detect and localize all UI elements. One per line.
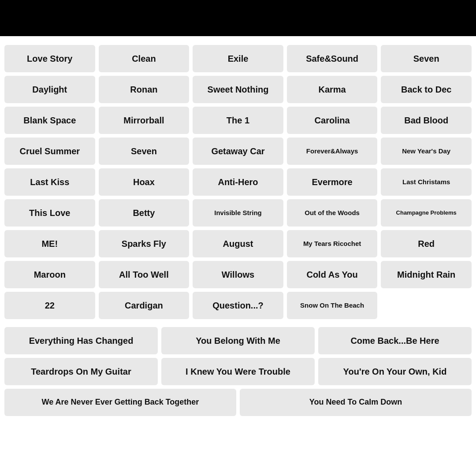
song-title: Last Christams	[402, 178, 450, 186]
song-card[interactable]: Daylight	[4, 76, 95, 103]
song-grid: Love StoryCleanExileSafe&SoundSevenDayli…	[0, 36, 476, 327]
page-header	[0, 0, 476, 36]
song-card[interactable]: Snow On The Beach	[287, 292, 378, 319]
song-card[interactable]: You Need To Calm Down	[240, 389, 472, 416]
song-title: You Need To Calm Down	[309, 398, 402, 407]
grid-row-2: Blank SpaceMirrorballThe 1CarolinaBad Bl…	[4, 107, 472, 134]
song-card[interactable]: Out of the Woods	[287, 199, 378, 227]
song-title: Bad Blood	[404, 115, 448, 126]
song-title: Snow On The Beach	[300, 301, 364, 309]
song-card[interactable]: Champagne Problems	[381, 199, 472, 227]
song-title: Exile	[228, 53, 249, 64]
song-card[interactable]: Willows	[193, 261, 283, 288]
song-card[interactable]: Everything Has Changed	[4, 327, 158, 354]
song-card[interactable]: Hoax	[99, 168, 190, 196]
song-title: Anti-Hero	[218, 177, 258, 187]
song-title: My Tears Ricochet	[303, 240, 361, 248]
song-card[interactable]: Red	[381, 230, 472, 257]
grid-row-3: Cruel SummerSevenGetaway CarForever&Alwa…	[4, 138, 472, 165]
song-card[interactable]: Cruel Summer	[4, 138, 95, 165]
song-card[interactable]: Anti-Hero	[193, 168, 283, 196]
song-card[interactable]: ME!	[4, 230, 95, 257]
song-card[interactable]: Karma	[287, 76, 378, 103]
song-card[interactable]: Sparks Fly	[99, 230, 190, 257]
song-card[interactable]: Question...?	[193, 292, 283, 319]
song-title: Evermore	[312, 177, 352, 187]
song-title: You're On Your Own, Kid	[343, 366, 447, 377]
song-card[interactable]: Clean	[99, 45, 190, 72]
song-card[interactable]: Last Christams	[381, 168, 472, 196]
song-card[interactable]: Bad Blood	[381, 107, 472, 134]
song-card[interactable]: Maroon	[4, 261, 95, 288]
song-card[interactable]: Back to Dec	[381, 76, 472, 103]
song-card[interactable]: Love Story	[4, 45, 95, 72]
song-card[interactable]: Evermore	[287, 168, 378, 196]
song-card[interactable]: Getaway Car	[193, 138, 283, 165]
song-title: Daylight	[32, 84, 67, 95]
song-title: Everything Has Changed	[29, 335, 134, 346]
song-card[interactable]: Safe&Sound	[287, 45, 378, 72]
song-card[interactable]: You Belong With Me	[161, 327, 315, 354]
bottom-row-2: We Are Never Ever Getting Back TogetherY…	[4, 389, 472, 416]
song-card[interactable]: Teardrops On My Guitar	[4, 358, 158, 385]
song-card[interactable]: Blank Space	[4, 107, 95, 134]
song-title: Sparks Fly	[122, 238, 166, 249]
song-card[interactable]: Exile	[193, 45, 283, 72]
song-title: I Knew You Were Trouble	[186, 366, 290, 377]
song-card[interactable]: Cold As You	[287, 261, 378, 288]
song-card[interactable]: Forever&Always	[287, 138, 378, 165]
grid-row-8: 22CardiganQuestion...?Snow On The Beach	[4, 292, 472, 319]
song-title: Back to Dec	[401, 84, 452, 95]
grid-row-5: This LoveBettyInvisible StringOut of the…	[4, 199, 472, 227]
song-card[interactable]: Last Kiss	[4, 168, 95, 196]
song-card[interactable]: My Tears Ricochet	[287, 230, 378, 257]
song-title: New Year's Day	[402, 147, 450, 155]
song-card[interactable]	[381, 292, 472, 319]
song-card[interactable]: You're On Your Own, Kid	[318, 358, 472, 385]
bottom-row-0: Everything Has ChangedYou Belong With Me…	[4, 327, 472, 354]
song-card[interactable]: Midnight Rain	[381, 261, 472, 288]
song-card[interactable]: The 1	[193, 107, 283, 134]
song-title: Cruel Summer	[19, 146, 80, 156]
song-card[interactable]: Carolina	[287, 107, 378, 134]
bottom-rows: Everything Has ChangedYou Belong With Me…	[0, 327, 476, 428]
song-card[interactable]: Seven	[381, 45, 472, 72]
song-card[interactable]: Invisible String	[193, 199, 283, 227]
song-title: Hoax	[133, 177, 155, 187]
song-title: Out of the Woods	[305, 209, 360, 217]
song-card[interactable]: New Year's Day	[381, 138, 472, 165]
song-title: Midnight Rain	[397, 269, 455, 280]
song-title: August	[223, 238, 253, 249]
song-card[interactable]: Come Back...Be Here	[318, 327, 472, 354]
song-title: Ronan	[130, 84, 157, 95]
song-card[interactable]: Ronan	[99, 76, 190, 103]
song-card[interactable]: Betty	[99, 199, 190, 227]
song-card[interactable]: All Too Well	[99, 261, 190, 288]
song-title: Come Back...Be Here	[350, 335, 439, 346]
song-card[interactable]: Seven	[99, 138, 190, 165]
song-card[interactable]: August	[193, 230, 283, 257]
song-card[interactable]: Sweet Nothing	[193, 76, 283, 103]
song-title: Champagne Problems	[396, 209, 457, 216]
song-title: Love Story	[27, 53, 72, 64]
song-title: Sweet Nothing	[208, 84, 269, 95]
song-card[interactable]: This Love	[4, 199, 95, 227]
song-title: This Love	[29, 208, 70, 218]
song-title: Willows	[222, 269, 254, 280]
song-title: Carolina	[315, 115, 350, 126]
song-card[interactable]: I Knew You Were Trouble	[161, 358, 315, 385]
song-title: We Are Never Ever Getting Back Together	[42, 398, 199, 407]
song-title: Karma	[318, 84, 346, 95]
song-title: Cardigan	[125, 300, 163, 311]
song-title: Mirrorball	[123, 115, 164, 126]
song-title: You Belong With Me	[196, 335, 280, 346]
grid-row-6: ME!Sparks FlyAugustMy Tears RicochetRed	[4, 230, 472, 257]
song-title: Teardrops On My Guitar	[31, 366, 131, 377]
song-card[interactable]: We Are Never Ever Getting Back Together	[4, 389, 236, 416]
song-title: ME!	[41, 238, 58, 249]
song-card[interactable]: Mirrorball	[99, 107, 190, 134]
song-title: Betty	[133, 208, 155, 218]
song-card[interactable]: Cardigan	[99, 292, 190, 319]
song-card[interactable]: 22	[4, 292, 95, 319]
song-title: Cold As You	[306, 269, 357, 280]
